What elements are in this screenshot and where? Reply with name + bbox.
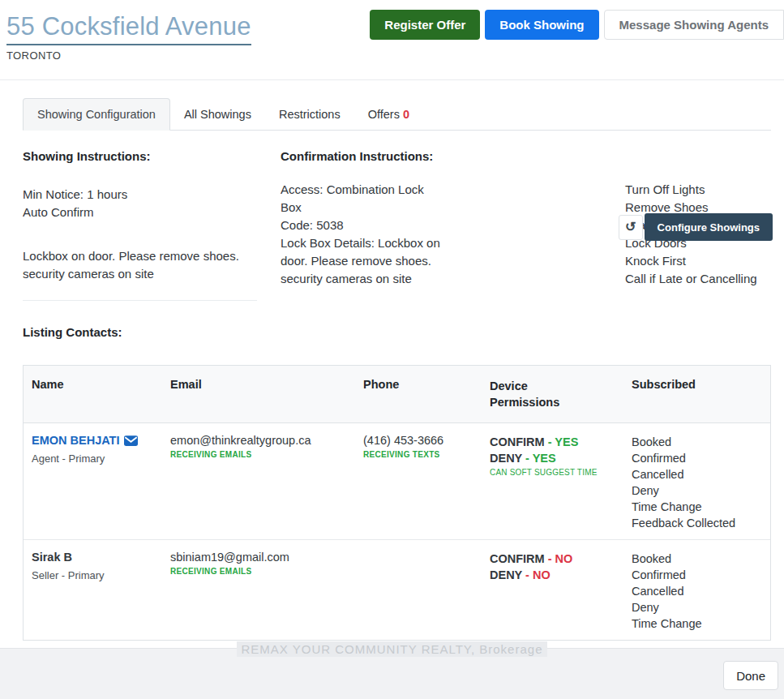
min-notice-text: Min Notice: 1 hours	[23, 186, 127, 204]
permission-deny: DENY - NO	[490, 567, 615, 583]
history-icon[interactable]: ↺	[619, 215, 643, 240]
email-status-badge: RECEIVING EMAILS	[170, 567, 347, 576]
permission-confirm: CONFIRM - YES	[490, 434, 615, 450]
access-text: Access: Combination Lock Box	[281, 181, 440, 217]
contact-phone: (416) 453-3666	[363, 434, 473, 447]
permission-note: CAN SOFT SUGGEST TIME	[490, 468, 615, 477]
phone-status-badge: RECEIVING TEXTS	[363, 450, 473, 459]
register-offer-button[interactable]: Register Offer	[370, 10, 480, 40]
envelope-icon[interactable]	[124, 435, 138, 446]
book-showing-button[interactable]: Book Showing	[485, 10, 598, 40]
showing-instructions-note: Lockbox on door. Please remove shoes. se…	[23, 247, 259, 283]
checklist-item: Call if Late or Cancelling	[625, 270, 757, 288]
auto-confirm-text: Auto Confirm	[23, 204, 127, 221]
column-header-name: Name	[24, 366, 162, 422]
table-row: EMON BEHJATI Agent - Primary emon@thinkr…	[24, 423, 770, 540]
showing-instructions-heading: Showing Instructions:	[23, 149, 151, 163]
instructions-section: Showing Instructions: Confirmation Instr…	[23, 131, 771, 365]
configure-showings-button[interactable]: Configure Showings	[645, 213, 773, 241]
header-actions: Register Offer Book Showing Message Show…	[370, 10, 784, 40]
offers-count-badge: 0	[403, 108, 409, 121]
table-header-row: Name Email Phone Device Permissions Subs…	[24, 366, 770, 423]
permission-deny: DENY - YES	[490, 450, 615, 466]
divider	[23, 300, 257, 301]
property-city: TORONTO	[6, 49, 784, 62]
email-status-badge: RECEIVING EMAILS	[170, 450, 347, 459]
subscribed-list: Booked Confirmed Cancelled Deny Time Cha…	[623, 540, 770, 640]
contact-role: Agent - Primary	[32, 452, 154, 465]
contact-email: emon@thinkrealtygroup.ca	[170, 434, 347, 447]
main-content: Showing Configuration All Showings Restr…	[0, 96, 784, 641]
subscribed-list: Booked Confirmed Cancelled Deny Time Cha…	[623, 423, 770, 539]
confirmation-instructions-heading: Confirmation Instructions:	[281, 149, 433, 163]
column-header-subscribed: Subscribed	[623, 366, 770, 422]
tab-offers[interactable]: Offers0	[354, 99, 423, 130]
contact-name: Sirak B	[32, 551, 72, 564]
tab-offers-label: Offers	[368, 108, 400, 121]
listing-contacts-heading: Listing Contacts:	[23, 325, 122, 339]
contact-name-link[interactable]: EMON BEHJATI	[32, 434, 138, 447]
lockbox-details-text: Lock Box Details: Lockbox on door. Pleas…	[281, 234, 440, 288]
brokerage-watermark: REMAX YOUR COMMUNITY REALTY, Brokerage	[237, 641, 548, 657]
tab-bar: Showing Configuration All Showings Restr…	[23, 96, 771, 131]
showing-instructions-summary: Min Notice: 1 hours Auto Confirm	[23, 186, 127, 221]
code-text: Code: 5038	[281, 217, 440, 234]
property-title-link[interactable]: 55 Cocksfield Avenue	[6, 11, 251, 45]
tab-restrictions[interactable]: Restrictions	[265, 99, 354, 130]
contact-role: Seller - Primary	[32, 569, 154, 581]
tab-showing-configuration[interactable]: Showing Configuration	[23, 98, 170, 131]
column-header-device-permissions: Device Permissions	[482, 366, 623, 422]
footer-bar: REMAX YOUR COMMUNITY REALTY, Brokerage D…	[0, 648, 784, 699]
configure-toolbar: ↺ Configure Showings	[619, 213, 773, 241]
permission-confirm: CONFIRM - NO	[490, 551, 615, 567]
contact-email: sbiniam19@gmail.com	[170, 551, 347, 564]
done-button[interactable]: Done	[723, 661, 778, 690]
column-header-phone: Phone	[355, 366, 482, 422]
checklist-item: Turn Off Lights	[625, 181, 757, 199]
page-header: 55 Cocksfield Avenue TORONTO Register Of…	[0, 0, 784, 80]
listing-contacts-table: Name Email Phone Device Permissions Subs…	[23, 365, 771, 641]
tab-all-showings[interactable]: All Showings	[170, 99, 265, 130]
contact-phone-empty	[355, 540, 482, 640]
message-showing-agents-button[interactable]: Message Showing Agents	[604, 10, 784, 40]
checklist-item: Knock First	[625, 252, 757, 270]
column-header-email: Email	[162, 366, 355, 422]
confirmation-instructions-text: Access: Combination Lock Box Code: 5038 …	[281, 181, 440, 288]
table-row: Sirak B Seller - Primary sbiniam19@gmail…	[24, 540, 770, 640]
